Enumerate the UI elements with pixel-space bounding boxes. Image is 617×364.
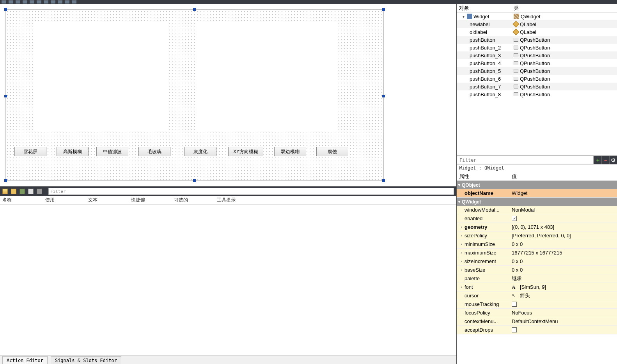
toolbar-icon[interactable] (51, 0, 55, 4)
col-used[interactable]: 使用 (43, 196, 86, 204)
col-shortcut[interactable]: 快捷键 (129, 196, 172, 204)
object-tree-row[interactable]: ▾WidgetQWidget (457, 12, 617, 20)
button-icon (514, 61, 518, 65)
col-checkable[interactable]: 可选的 (172, 196, 215, 204)
remove-property-button[interactable]: − (601, 156, 609, 164)
toolbar-icon[interactable] (37, 0, 41, 4)
chevron-right-icon[interactable]: › (459, 285, 464, 289)
object-class: QPushButton (520, 92, 550, 97)
object-tree-row[interactable]: pushButton_7QPushButton (457, 83, 617, 90)
toolbar-icon[interactable] (9, 0, 13, 4)
checkbox-icon[interactable]: ✓ (512, 216, 517, 221)
toolbar-icon[interactable] (65, 0, 69, 4)
chevron-right-icon[interactable]: › (459, 268, 464, 272)
prop-sizepolicy[interactable]: ›sizePolicy[Preferred, Preferred, 0, 0] (457, 231, 617, 240)
newlabel-widget[interactable] (196, 23, 337, 132)
prop-font[interactable]: ›fontA [SimSun, 9] (457, 283, 617, 292)
action-filter-input[interactable] (48, 188, 454, 195)
prop-windowmodality[interactable]: windowModal...NonModal (457, 206, 617, 214)
folder-icon[interactable] (11, 189, 16, 194)
configure-property-button[interactable]: ⚙ (609, 156, 617, 164)
prop-mousetracking[interactable]: mouseTracking (457, 300, 617, 309)
pushbutton-widget[interactable]: XY方向模糊 (228, 147, 263, 156)
object-tree-row[interactable]: newlabelQLabel (457, 20, 617, 28)
col-name[interactable]: 名称 (0, 196, 43, 204)
pe-header-prop[interactable]: 属性 (457, 173, 509, 180)
new-action-icon[interactable] (2, 189, 8, 194)
prop-minimumsize[interactable]: ›minimumSize0 x 0 (457, 240, 617, 249)
object-tree-row[interactable]: pushButtonQPushButton (457, 36, 617, 44)
oi-header-object[interactable]: 对象 (457, 5, 511, 12)
object-tree-row[interactable]: oldlabelQLabel (457, 28, 617, 36)
prop-basesize[interactable]: ›baseSize0 x 0 (457, 266, 617, 274)
object-class: QPushButton (520, 45, 550, 51)
section-qwidget[interactable]: ▾QWidget (457, 198, 617, 206)
chevron-right-icon[interactable]: › (459, 259, 464, 263)
tab-action-editor[interactable]: Action Editor (2, 356, 48, 364)
chevron-right-icon[interactable]: › (459, 242, 464, 246)
object-tree-row[interactable]: pushButton_5QPushButton (457, 67, 617, 75)
prop-acceptdrops[interactable]: acceptDrops (457, 326, 617, 334)
pe-header-val[interactable]: 值 (509, 173, 617, 180)
delete-action-icon[interactable] (28, 189, 34, 194)
configure-icon[interactable] (37, 189, 42, 194)
object-tree-row[interactable]: pushButton_2QPushButton (457, 44, 617, 51)
object-tree-row[interactable]: pushButton_3QPushButton (457, 51, 617, 59)
pushbutton-widget[interactable]: 双边模糊 (274, 147, 306, 156)
object-class: QWidget (521, 14, 541, 19)
toolbar-icon[interactable] (2, 0, 6, 4)
prop-cursor[interactable]: cursor↖ 箭头 (457, 292, 617, 300)
object-tree-row[interactable]: pushButton_4QPushButton (457, 59, 617, 67)
checkbox-icon[interactable] (512, 302, 517, 307)
chevron-right-icon[interactable]: › (459, 251, 464, 255)
prop-sizeincrement[interactable]: ›sizeIncrement0 x 0 (457, 257, 617, 266)
property-editor: ＋ − ⚙ Widget : QWidget 属性 值 ▾QObject obj… (457, 156, 617, 364)
prop-maximumsize[interactable]: ›maximumSize16777215 x 16777215 (457, 249, 617, 257)
prop-enabled[interactable]: enabled✓ (457, 214, 617, 223)
chevron-down-icon: ▾ (458, 183, 460, 187)
toolbar-icon[interactable] (16, 0, 20, 4)
form-designer-canvas[interactable]: 雪花屏高斯模糊中值滤波毛玻璃灰度化XY方向模糊双边模糊腐蚀 (0, 4, 456, 186)
object-name: pushButton_8 (470, 92, 501, 97)
object-tree-row[interactable]: pushButton_6QPushButton (457, 75, 617, 83)
toolbar-icon[interactable] (44, 0, 48, 4)
pushbutton-widget[interactable]: 高斯模糊 (57, 147, 89, 156)
toolbar-icon[interactable] (30, 0, 34, 4)
top-toolbar (0, 0, 617, 4)
pushbutton-widget[interactable]: 毛玻璃 (138, 147, 170, 156)
pushbutton-widget[interactable]: 腐蚀 (316, 147, 348, 156)
toolbar-icon[interactable] (23, 0, 27, 4)
prop-geometry[interactable]: ›geometry[(0, 0), 1071 x 483] (457, 223, 617, 231)
col-tooltip[interactable]: 工具提示 (215, 196, 456, 204)
button-icon (514, 53, 518, 57)
col-text[interactable]: 文本 (86, 196, 129, 204)
add-property-button[interactable]: ＋ (594, 156, 601, 164)
toolbar-icon[interactable] (58, 0, 62, 4)
button-icon (514, 69, 518, 73)
section-qobject[interactable]: ▾QObject (457, 181, 617, 189)
oi-header-class[interactable]: 类 (511, 5, 617, 12)
button-icon (514, 77, 518, 81)
chevron-right-icon[interactable]: › (459, 225, 464, 229)
prop-contextmenu[interactable]: contextMenu...DefaultContextMenu (457, 317, 617, 326)
pushbutton-widget[interactable]: 灰度化 (184, 147, 216, 156)
toolbar-icon[interactable] (72, 0, 76, 4)
pushbutton-widget[interactable]: 雪花屏 (14, 147, 46, 156)
checkbox-icon[interactable] (512, 327, 517, 332)
object-tree-row[interactable]: pushButton_8QPushButton (457, 90, 617, 98)
prop-objectname[interactable]: objectNameWidget (457, 189, 617, 198)
chevron-right-icon[interactable]: › (459, 233, 464, 238)
copy-action-icon[interactable] (20, 189, 25, 194)
prop-focuspolicy[interactable]: focusPolicyNoFocus (457, 309, 617, 317)
object-name: pushButton_3 (470, 53, 501, 58)
widget-form[interactable]: 雪花屏高斯模糊中值滤波毛玻璃灰度化XY方向模糊双边模糊腐蚀 (5, 9, 384, 181)
button-icon (514, 38, 518, 42)
chevron-down-icon[interactable]: ▾ (461, 14, 466, 19)
tab-signals-slots[interactable]: Signals & Slots Editor (51, 356, 121, 364)
object-name: pushButton_7 (470, 84, 501, 90)
layout-icon (514, 14, 519, 19)
prop-palette[interactable]: palette继承 (457, 274, 617, 283)
pushbutton-widget[interactable]: 中值滤波 (96, 147, 128, 156)
property-filter-input[interactable] (457, 156, 594, 164)
oldlabel-widget[interactable] (34, 23, 169, 132)
